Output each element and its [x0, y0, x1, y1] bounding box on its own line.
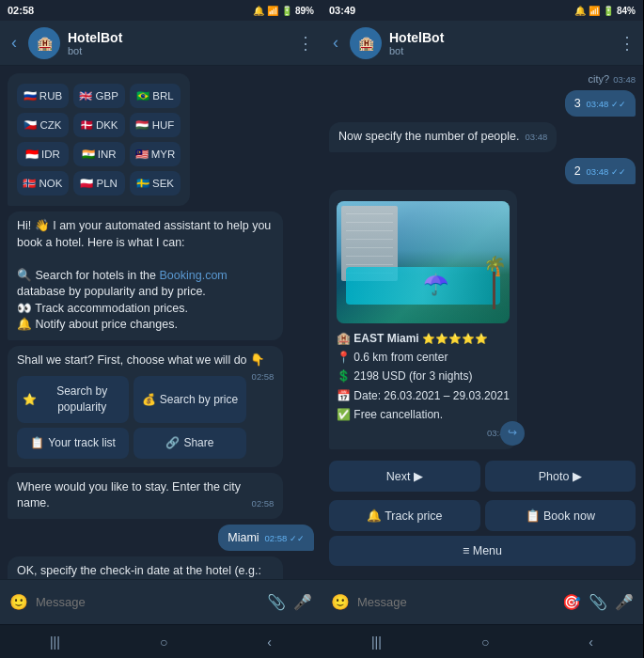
currency-grid: 🇷🇺 RUB 🇬🇧 GBP 🇧🇷 BRL 🇨🇿 CZK 🇩🇰 DKK 🇭🇺 HU… [17, 84, 181, 196]
right-nav-back[interactable]: ‹ [589, 634, 593, 650]
left-more-button[interactable]: ⋮ [297, 33, 314, 54]
left-bot-sub: bot [68, 45, 290, 56]
user-2-text: 2 [574, 164, 581, 178]
currency-gbp[interactable]: 🇬🇧 GBP [73, 84, 125, 108]
right-more-button[interactable]: ⋮ [619, 33, 636, 54]
right-status-icons: 🔔 📶 🔋 84% [574, 6, 636, 16]
left-nav-home[interactable]: ○ [160, 634, 167, 650]
share-button[interactable]: 🔗 Share [134, 428, 245, 459]
hotel-cancellation: ✅ Free cancellation. [337, 405, 510, 424]
left-status-icons: 🔔 📶 🔋 89% [253, 6, 314, 16]
currency-dkk[interactable]: 🇩🇰 DKK [73, 113, 125, 137]
currency-sek[interactable]: 🇸🇪 SEK [130, 171, 181, 196]
right-bot-avatar: 🏨 [350, 27, 382, 59]
user-city-text: Miami [228, 531, 259, 544]
right-bot-info: HotelBot bot [389, 30, 611, 56]
currency-brl[interactable]: 🇧🇷 BRL [130, 84, 181, 108]
cta-message: Shall we start? First, choose what we wi… [8, 346, 283, 467]
book-now-button[interactable]: 📋 Book now [485, 500, 636, 531]
people-question-time: 03:48 [525, 131, 547, 143]
right-nav-home[interactable]: ○ [481, 634, 489, 650]
currency-idr[interactable]: 🇮🇩 IDR [17, 142, 69, 166]
search-popularity-button[interactable]: ⭐ Search by popularity [17, 376, 129, 423]
cta-time: 02:58 [252, 370, 275, 383]
left-back-button[interactable]: ‹ [8, 29, 21, 56]
feature-1: 🔍 Search for hotels in the Booking.com d… [17, 269, 228, 299]
right-attach-icon[interactable]: 📎 [589, 593, 607, 611]
action-buttons: ⭐ Search by popularity 💰 Search by price… [17, 376, 246, 458]
people-question-text: Now specify the number of people. [338, 130, 519, 143]
currency-myr[interactable]: 🇲🇾 MYR [130, 142, 181, 166]
user-city-time: 02:58 ✓✓ [265, 533, 305, 543]
cta-text: Shall we start? First, choose what we wi… [17, 353, 265, 367]
user-number-2: 2 03:48 ✓✓ [565, 158, 636, 184]
city-label: city? [589, 73, 610, 85]
feature-2: 👀 Track accommodation prices. [17, 302, 188, 315]
city-question-message: Where would you like to stay. Enter the … [8, 473, 283, 519]
checkin-question-text: OK, specify the check-in date at the hot… [17, 564, 261, 579]
left-status-bar: 02:58 🔔 📶 🔋 89% [0, 0, 322, 21]
user-2-time: 03:48 ✓✓ [587, 166, 626, 177]
intro-text: Hi! 👋 I am your automated assistant to h… [17, 219, 271, 249]
emoji-icon[interactable]: 🙂 [9, 593, 28, 611]
city-area: city? 03:48 [329, 73, 636, 85]
right-mic-icon[interactable]: 🎤 [615, 593, 634, 611]
attach-icon[interactable]: 📎 [267, 593, 286, 611]
right-time: 03:49 [329, 5, 355, 16]
hotel-dates: 📅 Date: 26.03.2021 – 29.03.2021 [337, 386, 510, 405]
hotel-card-message: ☂️ 🏨 EAST Miami ⭐⭐⭐⭐⭐ 📍 0.6 km from cent… [329, 190, 517, 449]
currency-nok[interactable]: 🇳🇴 NOK [17, 171, 69, 196]
currency-pln[interactable]: 🇵🇱 PLN [73, 171, 125, 196]
right-sticker-icon[interactable]: 🎯 [562, 593, 581, 611]
checkin-question-message: OK, specify the check-in date at the hot… [8, 556, 283, 579]
next-button[interactable]: Next ▶ [329, 461, 480, 492]
intro-message: Hi! 👋 I am your automated assistant to h… [8, 212, 283, 340]
right-status-bar: 03:49 🔔 📶 🔋 84% [322, 0, 643, 21]
left-nav-menu[interactable]: ||| [50, 634, 60, 650]
right-message-input[interactable] [357, 595, 555, 609]
city-question-text: Where would you like to stay. Enter the … [17, 480, 241, 510]
read-tick: ✓✓ [290, 534, 305, 543]
left-message-input[interactable] [36, 595, 259, 609]
right-emoji-icon[interactable]: 🙂 [331, 593, 350, 611]
people-question-message: Now specify the number of people. 03:48 [329, 122, 557, 152]
currency-inr[interactable]: 🇮🇳 INR [73, 142, 125, 166]
hotel-name: EAST Miami [353, 332, 418, 345]
hotel-stars: ⭐⭐⭐⭐⭐ [422, 333, 488, 344]
user-city-reply: Miami 02:58 ✓✓ [218, 525, 314, 551]
left-input-bar: 🙂 📎 🎤 [0, 579, 322, 624]
hotel-image-inner: ☂️ [337, 201, 510, 323]
right-bot-name: HotelBot [389, 30, 611, 45]
right-back-button[interactable]: ‹ [329, 29, 342, 56]
left-header: ‹ 🏨 HotelBot bot ⋮ [0, 21, 322, 66]
mic-icon[interactable]: 🎤 [293, 593, 312, 611]
search-price-button[interactable]: 💰 Search by price [134, 376, 245, 423]
track-list-button[interactable]: 📋 Your track list [17, 428, 129, 459]
right-header: ‹ 🏨 HotelBot bot ⋮ [322, 21, 643, 66]
user-3-text: 3 [574, 97, 581, 110]
hotel-palm [493, 272, 495, 309]
left-nav-bar: ||| ○ ‹ [0, 624, 322, 658]
track-price-button[interactable]: 🔔 Track price [329, 500, 480, 531]
right-nav-bar: ||| ○ ‹ [322, 624, 643, 658]
currency-rub[interactable]: 🇷🇺 RUB [17, 84, 69, 108]
left-chat-area: 🇷🇺 RUB 🇬🇧 GBP 🇧🇷 BRL 🇨🇿 CZK 🇩🇰 DKK 🇭🇺 HU… [0, 66, 322, 579]
right-chat-area: city? 03:48 3 03:48 ✓✓ Now specify the n… [322, 66, 643, 579]
left-time: 02:58 [8, 5, 34, 16]
menu-button[interactable]: ≡ Menu [329, 536, 636, 566]
user-3-time: 03:48 ✓✓ [587, 99, 626, 109]
hotel-umbrella: ☂️ [423, 271, 448, 300]
left-bot-info: HotelBot bot [68, 30, 290, 56]
currency-huf[interactable]: 🇭🇺 HUF [130, 113, 181, 137]
photo-button[interactable]: Photo ▶ [485, 461, 636, 492]
hotel-action-area: Next ▶ Photo ▶ 🔔 Track price 📋 Book now … [329, 457, 636, 566]
hotel-info: 🏨 EAST Miami ⭐⭐⭐⭐⭐ 📍 0.6 km from center … [337, 329, 510, 425]
hotel-price: 💲 2198 USD (for 3 nights) [337, 367, 510, 385]
hotel-name-stars: 🏨 EAST Miami ⭐⭐⭐⭐⭐ [337, 329, 510, 348]
currency-czk[interactable]: 🇨🇿 CZK [17, 113, 69, 137]
feature-3: 🔔 Notify about price changes. [17, 318, 178, 331]
forward-button[interactable]: ↪ [500, 421, 525, 446]
right-nav-menu[interactable]: ||| [371, 634, 382, 650]
left-panel: 02:58 🔔 📶 🔋 89% ‹ 🏨 HotelBot bot ⋮ 🇷🇺 RU… [0, 0, 322, 658]
left-nav-back[interactable]: ‹ [267, 634, 272, 650]
